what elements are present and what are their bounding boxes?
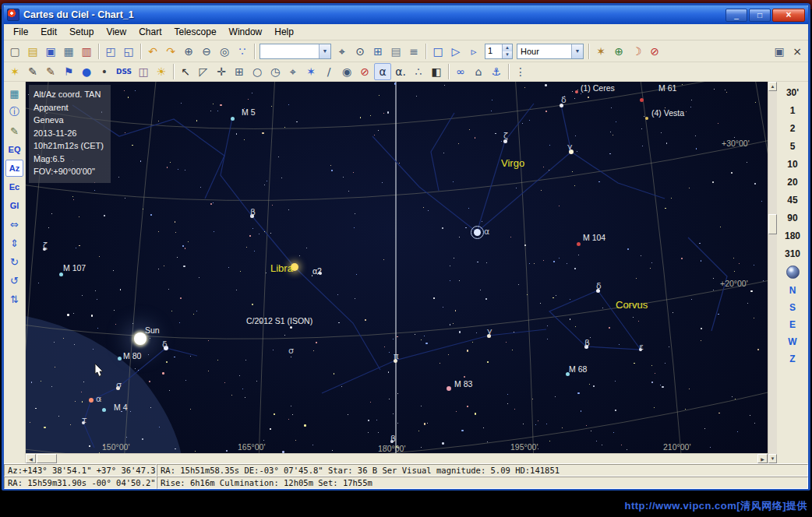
copy-chart-button[interactable]: ◱ [120, 43, 137, 60]
dot-menu-button[interactable]: ∵ [234, 43, 251, 60]
time-unit-combo[interactable]: Hour▼ [517, 44, 584, 59]
scroll-right-icon[interactable]: ▶ [757, 454, 768, 463]
fov-2[interactable]: 2 [778, 119, 807, 137]
edit-labels-button[interactable]: ✎ [5, 122, 23, 139]
redo-button[interactable]: ↷ [162, 43, 179, 60]
scroll-down-icon[interactable]: ▼ [768, 454, 777, 463]
vertical-scrollbar[interactable]: ▲ ▼ [768, 82, 777, 463]
link-charts-button[interactable]: ∞ [452, 63, 469, 80]
label-alpha-button[interactable]: α [374, 63, 391, 80]
direction-s[interactable]: S [778, 299, 807, 316]
label-format-button[interactable]: α. [392, 63, 409, 80]
object-search-combo[interactable]: ▼ [259, 44, 331, 59]
menu-setup[interactable]: Setup [63, 25, 100, 39]
grid-toggle-button[interactable]: ⊞ [231, 63, 248, 80]
fov-5[interactable]: 5 [778, 137, 807, 155]
rotate-cw-button[interactable]: ↻ [5, 253, 23, 270]
bulb-button[interactable]: ☀ [153, 63, 170, 80]
compass-button[interactable]: ◉ [338, 63, 355, 80]
open-chart-button[interactable]: ▤ [24, 43, 41, 60]
direction-n[interactable]: N [778, 282, 807, 299]
contrast-button[interactable]: ◧ [428, 63, 445, 80]
menu-telescope[interactable]: Telescope [168, 25, 223, 39]
fov-circle-button[interactable]: ○ [249, 63, 266, 80]
select-arrow-button[interactable]: ↖ [177, 63, 194, 80]
fov-90[interactable]: 90 [778, 209, 807, 227]
print-button[interactable]: ▦ [60, 43, 77, 60]
swap-view-button[interactable]: ⇅ [5, 290, 23, 308]
flip-vertical-button[interactable]: ⇕ [5, 234, 23, 251]
titlebar[interactable]: Cartes du Ciel - Chart_1 _□× [4, 5, 808, 24]
direction-w[interactable]: W [778, 333, 807, 350]
panel-toggle-button[interactable]: ▣ [771, 43, 788, 60]
direction-z[interactable]: Z [778, 350, 807, 368]
flip-horizontal-button[interactable]: ⇔ [5, 216, 23, 233]
object-info-button[interactable]: ⓘ [5, 104, 23, 121]
night-vision-button[interactable]: ☽ [628, 43, 645, 60]
menu-help[interactable]: Help [268, 25, 300, 39]
clock-button[interactable]: ◷ [267, 63, 284, 80]
fov-1[interactable]: 1 [778, 101, 807, 119]
line-style-button[interactable]: / [320, 63, 337, 80]
time-stop-button[interactable]: □ [429, 43, 447, 60]
dome-button[interactable]: ⌂ [470, 63, 487, 80]
zoom-default-button[interactable]: ◎ [216, 43, 233, 60]
undo-button[interactable]: ↶ [144, 43, 161, 60]
finder-star-button[interactable]: ✶ [6, 63, 23, 80]
scroll-left-icon[interactable]: ◀ [26, 454, 36, 463]
copy-image-button[interactable]: ◰ [102, 43, 119, 60]
anchor-button[interactable]: ⚓ [488, 63, 505, 80]
position-grid-button[interactable]: ⊞ [369, 43, 387, 60]
menu-file[interactable]: File [7, 25, 34, 39]
fov-45[interactable]: 45 [778, 191, 807, 209]
maximize-button[interactable]: □ [749, 9, 771, 22]
coord-ec-button[interactable]: Ec [5, 178, 23, 195]
search-button[interactable]: ⌖ [334, 43, 351, 60]
coord-eq-button[interactable]: EQ [5, 141, 23, 158]
select-center-button[interactable]: ✛ [213, 63, 230, 80]
save-chart-button[interactable]: ▣ [42, 43, 59, 60]
close-button[interactable]: × [772, 9, 805, 22]
big-dot-button[interactable]: ● [78, 63, 95, 80]
spin-up-icon[interactable]: ▲ [503, 44, 512, 51]
scroll-up-icon[interactable]: ▲ [768, 82, 777, 91]
fov-20[interactable]: 20 [778, 173, 807, 191]
twinkle-button[interactable]: ✶ [302, 63, 320, 80]
select-area-button[interactable]: ◸ [195, 63, 212, 80]
restrict-button[interactable]: ⊘ [356, 63, 373, 80]
fov-30min[interactable]: 30' [778, 83, 807, 101]
sphere-icon[interactable] [786, 266, 800, 279]
fov-10[interactable]: 10 [778, 155, 807, 173]
fov-180[interactable]: 180 [778, 227, 807, 244]
zoom-in-button[interactable]: ⊕ [180, 43, 197, 60]
star-density-button[interactable]: ∴ [410, 63, 427, 80]
chart-config-button[interactable]: ▦ [5, 85, 23, 102]
telescope-goto-button[interactable]: ✶ [592, 43, 609, 60]
menu-edit[interactable]: Edit [34, 25, 63, 39]
track-target-button[interactable]: ⊕ [610, 43, 627, 60]
vertical-scroll-thumb[interactable] [768, 214, 777, 234]
new-chart-button[interactable]: ▢ [6, 43, 23, 60]
fov-310[interactable]: 310 [778, 244, 807, 262]
zoom-out-button[interactable]: ⊖ [198, 43, 215, 60]
dss-image-button[interactable]: DSS [114, 63, 134, 80]
time-increment-input[interactable]: 1▲▼ [485, 44, 513, 59]
camera-button[interactable]: ◫ [135, 63, 152, 80]
direction-e[interactable]: E [778, 316, 807, 333]
sky-chart[interactable]: Alt/Az coord. TANApparentGeneva2013-11-2… [26, 82, 768, 453]
chevron-down-icon[interactable]: ▼ [571, 44, 583, 58]
label-pen-button[interactable]: ✎ [42, 63, 59, 80]
chevron-down-icon[interactable]: ▼ [319, 44, 330, 58]
menu-chart[interactable]: Chart [132, 25, 168, 39]
horizontal-scrollbar[interactable]: ◀ ▶ [26, 453, 768, 463]
time-play-button[interactable]: ▷ [447, 43, 464, 60]
pencil-button[interactable]: ✎ [24, 63, 41, 80]
advanced-search-button[interactable]: ⊙ [351, 43, 369, 60]
menu-window[interactable]: Window [223, 25, 269, 39]
center-cross-button[interactable]: ⌖ [284, 63, 302, 80]
abort-slew-button[interactable]: ⊘ [646, 43, 663, 60]
time-step-button[interactable]: ▹ [465, 43, 482, 60]
menu-view[interactable]: View [100, 25, 132, 39]
print-setup-button[interactable]: ▥ [78, 43, 95, 60]
coord-az-button[interactable]: Az [5, 160, 23, 177]
